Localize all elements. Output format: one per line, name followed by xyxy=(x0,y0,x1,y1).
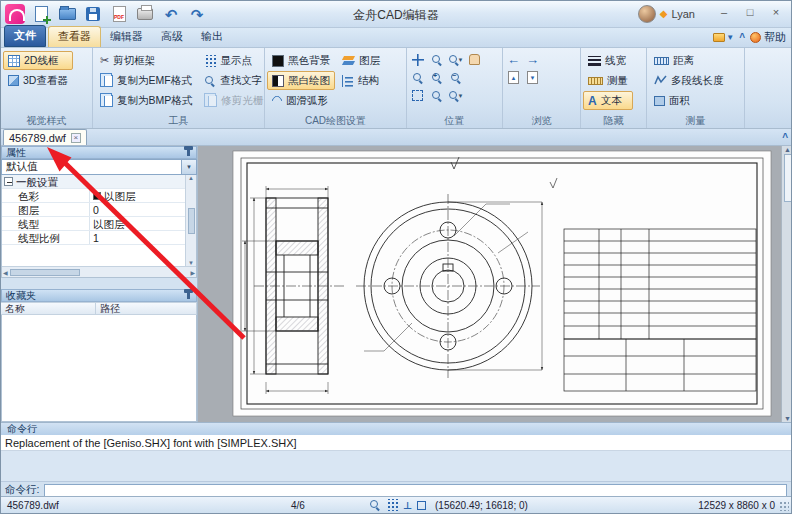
tab-output[interactable]: 输出 xyxy=(192,27,232,47)
wireframe-2d-button[interactable]: 2D线框 xyxy=(3,51,73,70)
zoom-in-button[interactable]: + xyxy=(428,69,445,86)
bw-drawing-button[interactable]: 黑白绘图 xyxy=(267,71,335,90)
structure-button[interactable]: 结构 xyxy=(337,71,385,90)
dropdown-button[interactable]: ▼ xyxy=(181,160,196,174)
user-account[interactable]: ◆ Lyan xyxy=(638,5,695,23)
redo-button[interactable]: ↷ xyxy=(185,3,209,25)
document-tab-close-icon[interactable]: × xyxy=(71,133,81,143)
save-button[interactable] xyxy=(81,3,105,25)
property-row-linetype-scale[interactable]: 线型比例 1 xyxy=(2,231,196,245)
close-button[interactable]: × xyxy=(763,3,789,21)
open-file-button[interactable] xyxy=(55,3,79,25)
zoom-menu-button[interactable]: ▼ xyxy=(447,51,464,68)
area-button[interactable]: 面积 xyxy=(649,91,729,110)
layers-button[interactable]: 图层 xyxy=(337,51,385,70)
view-forward-button[interactable]: → xyxy=(524,51,541,68)
property-group-row[interactable]: 一般设置 xyxy=(2,175,196,189)
favorites-list[interactable] xyxy=(1,315,197,422)
canvas-vscrollbar[interactable]: ▲ ▼ xyxy=(781,146,792,422)
command-history-area[interactable] xyxy=(1,451,791,481)
scroll-thumb[interactable] xyxy=(784,154,792,202)
caret-up-icon: ^ xyxy=(739,32,745,43)
drawing-canvas[interactable]: ▲ ▼ xyxy=(198,146,792,422)
quick-access-dropdown-button[interactable]: ▼ xyxy=(713,33,734,42)
zoom-out-button[interactable]: − xyxy=(447,69,464,86)
property-grid-vscrollbar[interactable]: ▲ ▼ xyxy=(185,175,196,266)
help-button[interactable]: 帮助 xyxy=(750,30,788,45)
scroll-up-icon[interactable]: ▲ xyxy=(784,146,791,153)
status-zoom-icon[interactable] xyxy=(369,499,381,511)
property-row-layer[interactable]: 图层 0 xyxy=(2,203,196,217)
hand-tool-button[interactable] xyxy=(466,51,483,68)
scroll-right-icon[interactable]: ▶ xyxy=(190,269,195,276)
titlebar: PDF ↶ ↷ 金舟CAD编辑器 ◆ Lyan – □ × xyxy=(1,1,791,28)
measure-toggle-button[interactable]: 测量 xyxy=(583,71,633,90)
scroll-thumb[interactable] xyxy=(188,208,195,234)
property-row-linetype[interactable]: 线型 以图层 xyxy=(2,217,196,231)
export-pdf-button[interactable]: PDF xyxy=(107,3,131,25)
preset-dropdown[interactable]: 默认值 ▼ xyxy=(1,159,197,175)
cad-drawing[interactable] xyxy=(198,146,781,422)
zoom-extents-button[interactable] xyxy=(409,87,426,104)
user-avatar xyxy=(638,5,656,23)
tab-file[interactable]: 文件 xyxy=(4,25,46,47)
property-row-color[interactable]: 色彩 以图层 xyxy=(2,189,196,203)
favorites-col-path[interactable]: 路径 xyxy=(96,302,197,315)
scissors-icon: ✂ xyxy=(100,55,109,66)
distance-button[interactable]: 距离 xyxy=(649,51,729,70)
ribbon: 2D线框 3D查看器 视觉样式 ✂ 剪切框架 复制为EMF格 xyxy=(1,48,791,129)
status-coordinates: (15620.49; 16618; 0) xyxy=(435,500,528,511)
group-label-tools: 工具 xyxy=(95,114,262,128)
find-text-button[interactable]: 查找文字 xyxy=(199,71,268,90)
scroll-left-icon[interactable]: ◀ xyxy=(3,269,8,276)
viewer-3d-button[interactable]: 3D查看器 xyxy=(3,71,73,90)
collapse-ribbon-button[interactable]: ^ xyxy=(739,32,745,43)
tab-editor[interactable]: 编辑器 xyxy=(101,27,152,47)
scroll-down-icon[interactable]: ▼ xyxy=(784,415,791,422)
pan-button[interactable] xyxy=(409,51,426,68)
minimize-button[interactable]: – xyxy=(711,3,737,21)
smooth-arc-button[interactable]: 圆滑弧形 xyxy=(267,91,335,110)
previous-sheet-icon: ▲ xyxy=(508,71,519,84)
pin-icon[interactable] xyxy=(187,292,190,299)
undo-button[interactable]: ↶ xyxy=(159,3,183,25)
text-toggle-button[interactable]: A 文本 xyxy=(583,91,633,110)
zoom-previous-button[interactable] xyxy=(428,87,445,104)
scroll-up-icon[interactable]: ▲ xyxy=(188,175,194,181)
collapse-panel-button[interactable]: ^ xyxy=(782,132,788,145)
zoom-rect-button[interactable] xyxy=(409,69,426,86)
tab-viewer[interactable]: 查看器 xyxy=(48,26,101,47)
view-back-button[interactable]: ← xyxy=(505,51,522,68)
favorites-col-name[interactable]: 名称 xyxy=(1,302,96,315)
next-sheet-button[interactable]: ▼ xyxy=(524,69,541,86)
command-input[interactable] xyxy=(44,484,787,497)
status-osnap-icon[interactable] xyxy=(417,501,426,510)
copy-emf-button[interactable]: 复制为EMF格式 xyxy=(95,71,197,90)
copy-bmp-button[interactable]: 复制为BMP格式 xyxy=(95,91,197,110)
scroll-thumb[interactable] xyxy=(10,269,80,276)
polyline-length-button[interactable]: 多段线长度 xyxy=(649,71,729,90)
status-ortho-icon[interactable]: ⊥ xyxy=(403,500,412,511)
black-white-icon xyxy=(272,75,284,87)
black-background-button[interactable]: 黑色背景 xyxy=(267,51,335,70)
zoom-window-button[interactable] xyxy=(428,51,445,68)
group-label-cad-settings: CAD绘图设置 xyxy=(267,114,404,128)
previous-sheet-button[interactable]: ▲ xyxy=(505,69,522,86)
help-icon xyxy=(750,32,761,43)
zoom-all-button[interactable]: ▼ xyxy=(447,87,464,104)
line-width-button[interactable]: 线宽 xyxy=(583,51,633,70)
maximize-button[interactable]: □ xyxy=(737,3,763,21)
pin-icon[interactable] xyxy=(187,149,190,156)
resize-grip[interactable] xyxy=(779,501,789,511)
show-points-button[interactable]: 显示点 xyxy=(199,51,268,70)
crop-frame-button[interactable]: ✂ 剪切框架 xyxy=(95,51,197,70)
tab-advanced[interactable]: 高级 xyxy=(152,27,192,47)
left-panel: 属性 默认值 ▼ 一般设置 色彩 以图层 图层 0 线型 以图层 xyxy=(1,146,198,422)
document-tab[interactable]: 456789.dwf × xyxy=(3,129,87,145)
search-icon xyxy=(204,75,216,87)
new-file-button[interactable] xyxy=(29,3,53,25)
property-grid-hscrollbar[interactable]: ◀ ▶ xyxy=(2,266,196,277)
collapse-box-icon[interactable] xyxy=(4,177,13,186)
print-button[interactable] xyxy=(133,3,157,25)
status-grid-snap-icon[interactable] xyxy=(386,499,398,511)
